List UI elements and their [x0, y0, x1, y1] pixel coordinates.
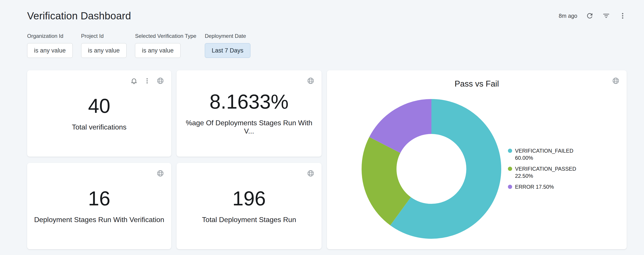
filter-label: Project Id: [81, 33, 127, 39]
stat-label: %age Of Deployments Stages Run With V...: [182, 119, 316, 135]
filter-list-icon: [602, 12, 610, 20]
filter-label: Organization Id: [27, 33, 73, 39]
bell-icon: [130, 77, 138, 85]
legend-item-verification_failed[interactable]: VERIFICATION_FAILED 60.00%: [508, 147, 582, 162]
filter-deployment-date-button[interactable]: Last 7 Days: [205, 43, 250, 58]
filter-toggle-button[interactable]: [602, 12, 610, 20]
stat-value: 8.1633%: [210, 92, 288, 112]
stat-label: Total verifications: [72, 123, 126, 131]
filter-project-id-button[interactable]: is any value: [81, 43, 127, 58]
tile-total-verifications: 40 Total verifications: [27, 70, 171, 157]
legend-item-error[interactable]: ERROR 17.50%: [508, 183, 582, 190]
tile-actions: [156, 170, 164, 177]
dashboard-page: Verification Dashboard 8m ago Orga: [0, 0, 644, 255]
kebab-menu-icon: [144, 77, 151, 85]
dashboard-header: Verification Dashboard 8m ago: [27, 0, 627, 22]
tile-percent-deployment-stages: 8.1633% %age Of Deployments Stages Run W…: [176, 70, 322, 157]
explore-button[interactable]: [307, 170, 314, 177]
alert-bell-button[interactable]: [130, 77, 138, 85]
filter-label: Deployment Date: [205, 33, 250, 39]
stat-value: 16: [88, 188, 110, 208]
pass-vs-fail-donut: [362, 99, 501, 239]
cards-grid: 40 Total verifications 8.1633% %age Of D…: [27, 70, 627, 249]
globe-icon: [612, 77, 620, 85]
filter-selected-verification-type-button[interactable]: is any value: [135, 43, 180, 58]
filter-project-id: Project Id is any value: [81, 33, 127, 58]
tile-pass-vs-fail: Pass vs Fail VERIFICATION_FAILED 60.00%V…: [327, 70, 627, 249]
globe-icon: [307, 170, 314, 177]
stat-value: 196: [232, 188, 266, 208]
legend-label: ERROR 17.50%: [515, 183, 582, 190]
legend-dot: [508, 149, 512, 153]
tile-total-deployment-stages-run: 196 Total Deployment Stages Run: [176, 163, 322, 249]
page-title: Verification Dashboard: [27, 10, 131, 22]
legend-dot: [508, 167, 512, 171]
legend-label: VERIFICATION_FAILED 60.00%: [515, 147, 582, 162]
stat-label: Deployment Stages Run With Verification: [34, 216, 164, 224]
explore-button[interactable]: [612, 77, 620, 85]
filter-organization-id: Organization Id is any value: [27, 33, 73, 58]
header-actions: 8m ago: [559, 12, 627, 20]
tile-actions: [307, 170, 314, 177]
tile-actions: [307, 77, 314, 85]
globe-icon: [156, 77, 164, 85]
refresh-button[interactable]: [586, 12, 594, 20]
tile-actions: [130, 77, 164, 85]
legend-label: VERIFICATION_PASSED 22.50%: [515, 165, 582, 180]
chart-body: VERIFICATION_FAILED 60.00%VERIFICATION_P…: [327, 89, 627, 249]
legend-dot: [508, 185, 512, 189]
explore-button[interactable]: [307, 77, 314, 85]
explore-button[interactable]: [156, 170, 164, 177]
filter-organization-id-button[interactable]: is any value: [27, 43, 73, 58]
dashboard-menu-button[interactable]: [619, 12, 627, 20]
tile-deployment-stages-with-verification: 16 Deployment Stages Run With Verificati…: [27, 163, 171, 249]
refresh-icon: [586, 12, 594, 20]
kebab-menu-icon: [619, 12, 627, 20]
globe-icon: [307, 77, 314, 85]
tile-menu-button[interactable]: [144, 77, 151, 85]
filter-deployment-date: Deployment Date Last 7 Days: [205, 33, 250, 58]
last-updated-text: 8m ago: [559, 13, 577, 19]
chart-legend: VERIFICATION_FAILED 60.00%VERIFICATION_P…: [508, 147, 582, 190]
tile-actions: [612, 77, 620, 85]
legend-item-verification_passed[interactable]: VERIFICATION_PASSED 22.50%: [508, 165, 582, 180]
filter-selected-verification-type: Selected Verification Type is any value: [135, 33, 196, 58]
chart-title: Pass vs Fail: [327, 79, 627, 89]
filter-label: Selected Verification Type: [135, 33, 196, 39]
filter-bar: Organization Id is any value Project Id …: [27, 33, 627, 58]
globe-icon: [156, 170, 164, 177]
explore-button[interactable]: [156, 77, 164, 85]
stat-label: Total Deployment Stages Run: [202, 216, 296, 224]
stat-value: 40: [88, 96, 110, 116]
